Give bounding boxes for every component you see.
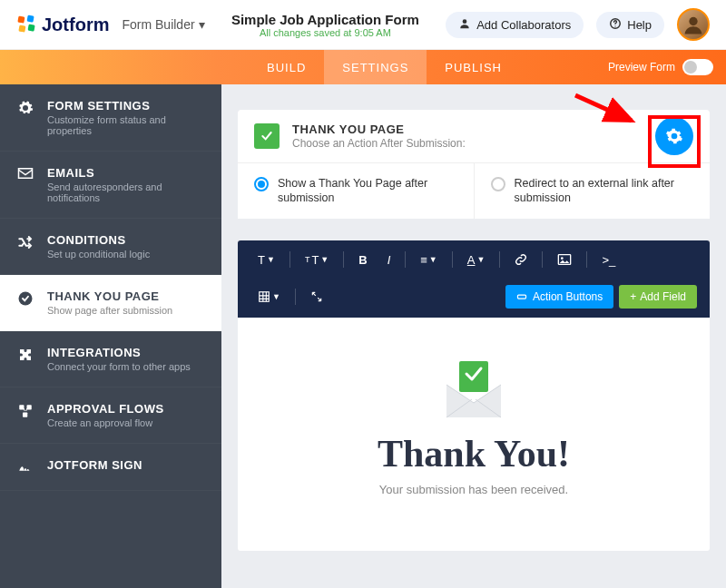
- font-size-dropdown[interactable]: TT ▼: [298, 250, 336, 270]
- table-dropdown[interactable]: ▼: [250, 287, 288, 307]
- bold-button[interactable]: B: [351, 250, 374, 270]
- terminal-button[interactable]: >_: [594, 250, 623, 270]
- thank-you-settings-button[interactable]: [655, 117, 693, 155]
- radio-off[interactable]: [491, 177, 505, 191]
- tab-bar: BUILD SETTINGS PUBLISH Preview Form: [0, 50, 726, 84]
- preview-form-toggle[interactable]: Preview Form: [608, 59, 713, 75]
- text-color-dropdown[interactable]: A ▼: [460, 250, 493, 270]
- after-submit-options: Show a Thank You Page after submission R…: [238, 162, 710, 219]
- italic-button[interactable]: I: [380, 250, 398, 270]
- canvas: THANK YOU PAGE Choose an Action After Su…: [221, 84, 726, 588]
- paragraph-format-dropdown[interactable]: T ▼: [250, 250, 282, 270]
- add-collaborators-button[interactable]: Add Collaborators: [446, 12, 584, 38]
- sidebar-item-emails[interactable]: EMAILSSend autoresponders and notificati…: [0, 152, 221, 219]
- sidebar-item-thank-you[interactable]: THANK YOU PAGEShow page after submission: [0, 275, 221, 331]
- logo-icon: [16, 15, 36, 34]
- panel-subtitle: Choose an Action After Submission:: [292, 137, 466, 150]
- settings-sidebar: FORM SETTINGSCustomize form status and p…: [0, 84, 221, 588]
- sidebar-item-jotform-sign[interactable]: JOTFORM SIGN: [0, 444, 221, 491]
- svg-point-4: [463, 19, 467, 24]
- form-title[interactable]: Simple Job Application Form: [218, 12, 434, 27]
- svg-rect-0: [17, 16, 25, 24]
- svg-rect-10: [27, 405, 32, 409]
- check-circle-icon: [16, 290, 34, 307]
- svg-point-6: [615, 25, 616, 26]
- image-button[interactable]: [550, 250, 579, 270]
- title-block: Simple Job Application Form All changes …: [218, 12, 434, 38]
- svg-rect-1: [27, 15, 34, 23]
- svg-rect-15: [260, 291, 270, 301]
- plus-icon: +: [630, 290, 636, 303]
- sidebar-item-form-settings[interactable]: FORM SETTINGSCustomize form status and p…: [0, 84, 221, 152]
- toggle-switch[interactable]: [682, 59, 713, 75]
- sign-icon: [16, 459, 34, 475]
- saved-status: All changes saved at 9:05 AM: [218, 27, 434, 38]
- tab-build[interactable]: BUILD: [249, 50, 324, 84]
- svg-point-7: [689, 17, 697, 25]
- thank-you-subtext[interactable]: Your submission has been received.: [256, 483, 692, 496]
- help-icon: [609, 17, 622, 33]
- check-badge-icon: [254, 123, 280, 149]
- brand-text: Jotform: [42, 15, 109, 35]
- sidebar-item-approval-flows[interactable]: APPROVAL FLOWSCreate an approval flow: [0, 387, 221, 444]
- svg-rect-2: [18, 25, 25, 33]
- option-redirect[interactable]: Redirect to an external link after submi…: [475, 163, 711, 219]
- radio-on[interactable]: [254, 177, 269, 191]
- option-show-thank-you[interactable]: Show a Thank You Page after submission: [238, 163, 475, 219]
- form-builder-dropdown[interactable]: Form Builder ▾: [122, 17, 204, 32]
- panel-title: THANK YOU PAGE: [292, 122, 466, 136]
- svg-line-12: [575, 95, 632, 121]
- sidebar-item-conditions[interactable]: CONDITIONSSet up conditional logic: [0, 219, 221, 275]
- expand-button[interactable]: [303, 287, 330, 307]
- help-button[interactable]: Help: [596, 12, 664, 38]
- thank-you-editor: T ▼ TT ▼ B I ≡ ▼ A ▼ >_ ▼: [238, 240, 710, 551]
- logo[interactable]: Jotform: [16, 15, 109, 35]
- flow-icon: [16, 403, 34, 419]
- link-button[interactable]: [507, 250, 535, 270]
- svg-rect-9: [19, 405, 24, 409]
- annotation-arrow: [572, 90, 644, 132]
- sidebar-item-integrations[interactable]: INTEGRATIONSConnect your form to other a…: [0, 331, 221, 387]
- add-field-button[interactable]: + Add Field: [619, 285, 697, 309]
- user-icon: [458, 17, 471, 33]
- shuffle-icon: [16, 234, 34, 250]
- avatar[interactable]: [677, 8, 710, 41]
- svg-rect-16: [517, 295, 525, 299]
- tab-publish[interactable]: PUBLISH: [427, 50, 520, 84]
- envelope-icon: [437, 354, 510, 417]
- svg-point-14: [561, 257, 564, 260]
- top-bar: Jotform Form Builder ▾ Simple Job Applic…: [0, 0, 726, 50]
- mail-icon: [16, 167, 34, 180]
- tab-settings[interactable]: SETTINGS: [324, 50, 427, 84]
- svg-rect-3: [28, 24, 35, 32]
- gear-icon: [16, 100, 34, 116]
- svg-rect-11: [23, 413, 27, 417]
- puzzle-icon: [16, 347, 34, 363]
- action-buttons-button[interactable]: Action Buttons: [505, 285, 613, 309]
- thank-you-heading[interactable]: Thank You!: [256, 432, 692, 475]
- thank-you-preview[interactable]: Thank You! Your submission has been rece…: [238, 318, 710, 551]
- chevron-down-icon: ▾: [199, 17, 205, 32]
- editor-toolbar: T ▼ TT ▼ B I ≡ ▼ A ▼ >_ ▼: [238, 240, 710, 318]
- align-dropdown[interactable]: ≡ ▼: [413, 250, 445, 270]
